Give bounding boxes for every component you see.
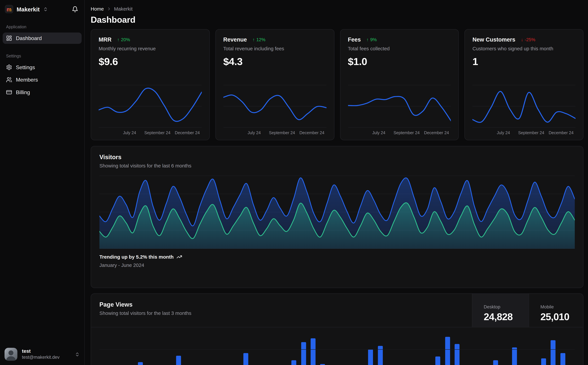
bar (445, 337, 450, 365)
x-axis-labels: July 24 September 24 December 24 (99, 130, 202, 135)
sidebar-header: m Makerkit (0, 0, 84, 13)
breadcrumb-current: Makerkit (114, 6, 132, 11)
axis-tick: September 24 (269, 130, 295, 135)
stat-subtitle: Customers who signed up this month (472, 46, 575, 51)
bar (378, 346, 383, 365)
x-axis-labels: July 24 September 24 December 24 (472, 130, 575, 135)
sparkline-chart: July 24 September 24 December 24 (223, 83, 326, 135)
bar (291, 360, 296, 365)
main-content: Home Makerkit Dashboard MRR ↑20% Monthly… (85, 0, 588, 365)
stat-card-new-customers: New Customers ↓-25% Customers who signed… (464, 29, 583, 140)
sidebar-item-label: Settings (16, 64, 35, 70)
gear-icon (6, 64, 12, 70)
trend-badge: ↑12% (253, 37, 265, 42)
visitors-title: Visitors (99, 154, 575, 161)
sidebar-item-dashboard[interactable]: Dashboard (3, 32, 82, 44)
axis-tick: December 24 (299, 130, 324, 135)
bell-icon (72, 6, 78, 12)
stat-cards-row: MRR ↑20% Monthly recurring revenue $9.6 … (91, 29, 583, 140)
credit-card-icon (6, 89, 12, 95)
sparkline-chart: July 24 September 24 December 24 (472, 83, 575, 135)
sidebar-item-settings[interactable]: Settings (3, 62, 82, 73)
chevrons-up-down-icon (43, 7, 48, 12)
bar (368, 350, 373, 365)
trend-value: 20% (121, 37, 130, 42)
axis-tick: December 24 (175, 130, 200, 135)
bar (435, 357, 440, 365)
axis-tick: July 24 (497, 130, 510, 135)
stat-title: Fees (348, 36, 361, 43)
trend-badge: ↓-25% (521, 37, 535, 42)
section-label-application: Application (3, 25, 82, 29)
user-menu-button[interactable]: test test@makerkit.dev (3, 347, 81, 362)
axis-tick: September 24 (394, 130, 420, 135)
page-views-bar-chart (99, 333, 575, 365)
arrow-up-icon: ↑ (367, 37, 369, 42)
stat-value: $4.3 (223, 56, 326, 68)
stat-title: MRR (99, 36, 111, 43)
stat-title: New Customers (472, 36, 515, 43)
sidebar-footer: test test@makerkit.dev (0, 343, 84, 365)
arrow-down-icon: ↓ (521, 37, 523, 42)
user-email: test@makerkit.dev (22, 355, 60, 360)
users-icon (6, 77, 12, 83)
stat-value: 1 (472, 56, 575, 68)
page-views-tabs: Desktop 24,828 Mobile 25,010 (472, 294, 583, 327)
sidebar-item-label: Billing (16, 89, 30, 95)
tab-value: 25,010 (540, 311, 583, 323)
revenue-sparkline (223, 83, 326, 128)
visitors-footer-title: Trending up by 5.2% this month (99, 254, 174, 260)
trend-value: 12% (256, 37, 265, 42)
bar (320, 364, 325, 365)
axis-tick: July 24 (372, 130, 385, 135)
page-views-card: Page Views Showing total visitors for th… (91, 293, 583, 365)
page-views-subtitle: Showing total visitors for the last 3 mo… (99, 310, 463, 316)
sidebar-item-billing[interactable]: Billing (3, 86, 82, 98)
stat-subtitle: Total fees collected (348, 46, 451, 51)
sidebar-item-label: Members (16, 77, 38, 83)
tab-desktop[interactable]: Desktop 24,828 (472, 294, 529, 327)
x-axis-labels: July 24 September 24 December 24 (348, 130, 451, 135)
visitors-subtitle: Showing total visitors for the last 6 mo… (99, 163, 575, 168)
bar (551, 340, 556, 365)
bar (311, 338, 316, 365)
mrr-sparkline (99, 83, 202, 128)
axis-tick: July 24 (248, 130, 261, 135)
page-views-header: Page Views Showing total visitors for th… (91, 294, 583, 327)
x-axis-labels: July 24 September 24 December 24 (223, 130, 326, 135)
stat-subtitle: Monthly recurring revenue (99, 46, 202, 51)
axis-tick: July 24 (123, 130, 136, 135)
stat-subtitle: Total revenue including fees (223, 46, 326, 51)
page-views-title: Page Views (99, 301, 463, 308)
trend-value: 9% (370, 37, 377, 42)
axis-tick: September 24 (518, 130, 544, 135)
user-meta: test test@makerkit.dev (22, 349, 60, 360)
stat-card-revenue: Revenue ↑12% Total revenue including fee… (215, 29, 334, 140)
visitors-footer-subtitle: January - June 2024 (99, 262, 575, 268)
stat-card-mrr: MRR ↑20% Monthly recurring revenue $9.6 … (91, 29, 210, 140)
bar (176, 356, 181, 365)
bar (301, 342, 306, 365)
trend-badge: ↑20% (117, 37, 130, 42)
user-name: test (22, 349, 60, 354)
notifications-button[interactable] (72, 6, 78, 12)
page-title: Dashboard (91, 15, 583, 25)
sparkline-chart: July 24 September 24 December 24 (348, 83, 451, 135)
breadcrumb-home-link[interactable]: Home (91, 6, 104, 11)
sidebar: m Makerkit Application Dashboard Setting… (0, 0, 85, 365)
trending-up-icon (177, 254, 182, 260)
app-window: m Makerkit Application Dashboard Setting… (0, 0, 588, 365)
workspace-name: Makerkit (17, 6, 40, 12)
arrow-up-icon: ↑ (117, 37, 120, 42)
stat-value: $9.6 (99, 56, 202, 68)
avatar (5, 348, 17, 361)
tab-label: Desktop (484, 304, 529, 309)
bar (541, 358, 546, 365)
axis-tick: December 24 (424, 130, 449, 135)
tab-mobile[interactable]: Mobile 25,010 (529, 294, 583, 327)
workspace-switcher[interactable]: m Makerkit (5, 5, 48, 13)
sidebar-item-members[interactable]: Members (3, 74, 82, 85)
axis-tick: September 24 (144, 130, 171, 135)
logo-letter: m (7, 6, 12, 12)
trend-badge: ↑9% (367, 37, 377, 42)
